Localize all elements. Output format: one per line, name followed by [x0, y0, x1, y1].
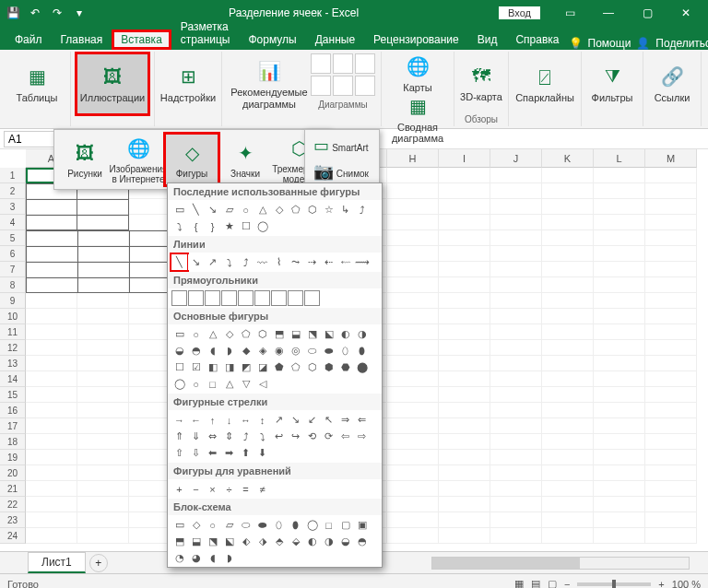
cell[interactable] — [439, 168, 490, 183]
cell[interactable] — [490, 183, 542, 199]
cell[interactable] — [542, 512, 594, 528]
shape-item[interactable]: ◗ — [221, 550, 237, 566]
cell[interactable] — [387, 246, 439, 262]
row-header[interactable]: 2 — [0, 183, 26, 199]
cell[interactable] — [645, 371, 697, 387]
cell[interactable] — [439, 230, 490, 246]
cell[interactable] — [77, 465, 129, 481]
cell[interactable] — [490, 246, 542, 262]
shape-item[interactable]: ▣ — [354, 517, 370, 533]
cell[interactable] — [542, 528, 594, 544]
cell[interactable] — [542, 465, 594, 481]
shape-item[interactable]: ↘ — [288, 412, 303, 428]
cell[interactable] — [387, 168, 439, 183]
screenshot-button[interactable]: 📷 Снимок — [309, 159, 373, 183]
cell[interactable] — [387, 183, 439, 199]
cell[interactable] — [490, 309, 542, 324]
shape-item[interactable]: ◯ — [254, 218, 270, 234]
shape-item[interactable]: ⇨ — [354, 429, 370, 444]
shape-item[interactable]: ⇐ — [354, 412, 370, 428]
cell[interactable] — [645, 418, 697, 434]
shape-item[interactable] — [254, 290, 270, 306]
pie-chart-icon[interactable] — [355, 53, 375, 74]
cell[interactable] — [645, 512, 697, 528]
cell[interactable] — [594, 418, 645, 434]
shape-item[interactable] — [304, 290, 320, 306]
cell[interactable] — [594, 450, 645, 465]
cell[interactable] — [490, 403, 542, 418]
shape-item[interactable] — [171, 290, 187, 306]
cell[interactable] — [439, 262, 490, 277]
cell[interactable] — [387, 324, 439, 340]
cell[interactable] — [594, 512, 645, 528]
shape-item[interactable]: ⬔ — [205, 534, 220, 549]
cell[interactable] — [645, 465, 697, 481]
cell[interactable] — [542, 168, 594, 183]
cell[interactable] — [542, 324, 594, 340]
cell[interactable] — [542, 450, 594, 465]
cell[interactable] — [645, 230, 697, 246]
cell[interactable] — [490, 324, 542, 340]
shape-item[interactable]: ÷ — [221, 481, 237, 497]
shape-item[interactable]: ◎ — [288, 343, 303, 359]
row-header[interactable]: 5 — [0, 230, 26, 246]
cell[interactable] — [645, 497, 697, 512]
cell[interactable] — [26, 387, 77, 403]
shape-item[interactable]: ◩ — [238, 359, 254, 375]
shape-item[interactable]: ⬬ — [254, 517, 270, 533]
shape-item[interactable]: ⇩ — [188, 445, 204, 461]
cell[interactable] — [542, 418, 594, 434]
cell[interactable] — [594, 497, 645, 512]
shape-item[interactable]: ⬮ — [354, 343, 370, 359]
row-header[interactable]: 19 — [0, 450, 26, 465]
cell[interactable] — [645, 277, 697, 293]
cell[interactable] — [594, 465, 645, 481]
shape-item[interactable]: ↕ — [254, 412, 270, 428]
cell[interactable] — [439, 481, 490, 497]
shape-item[interactable]: ◑ — [321, 534, 336, 549]
shape-item[interactable]: ▭ — [171, 202, 187, 218]
shape-item[interactable]: ◯ — [304, 517, 320, 533]
cell[interactable] — [490, 371, 542, 387]
shape-item[interactable]: ◗ — [221, 343, 237, 359]
cell[interactable] — [387, 356, 439, 371]
row-header[interactable]: 6 — [0, 246, 26, 262]
shape-item[interactable]: ◇ — [271, 202, 287, 218]
cell[interactable] — [77, 512, 129, 528]
cell[interactable] — [77, 371, 129, 387]
tab-file[interactable]: Файл — [6, 29, 52, 50]
cell[interactable] — [77, 418, 129, 434]
shape-item[interactable]: ▱ — [221, 202, 237, 218]
cell[interactable] — [439, 450, 490, 465]
cell[interactable] — [77, 340, 129, 356]
cell[interactable] — [594, 230, 645, 246]
shape-item[interactable]: ◖ — [205, 550, 220, 566]
shape-item[interactable] — [288, 290, 303, 306]
cell[interactable] — [439, 246, 490, 262]
cell[interactable] — [439, 371, 490, 387]
cell[interactable] — [439, 293, 490, 309]
tab-data[interactable]: Данные — [306, 29, 364, 50]
row-header[interactable]: 24 — [0, 528, 26, 544]
shape-item[interactable]: ↖ — [321, 412, 336, 428]
shape-item[interactable]: ⬗ — [254, 534, 270, 549]
shape-item[interactable]: } — [205, 218, 220, 234]
pivot-chart-button[interactable]: ▦ Сводная диаграмма — [387, 93, 448, 144]
cell[interactable] — [645, 450, 697, 465]
zoom-slider[interactable] — [577, 582, 651, 586]
shape-item[interactable]: ◔ — [171, 550, 187, 566]
cell[interactable] — [26, 497, 77, 512]
col-header[interactable]: H — [387, 149, 439, 168]
row-header[interactable]: 15 — [0, 387, 26, 403]
shape-item[interactable]: ⬡ — [304, 202, 320, 218]
cell[interactable] — [77, 309, 129, 324]
cell[interactable] — [594, 340, 645, 356]
shape-item[interactable]: ⬖ — [238, 534, 254, 549]
cell[interactable] — [387, 387, 439, 403]
cell[interactable] — [542, 230, 594, 246]
cell[interactable] — [439, 199, 490, 215]
cell[interactable] — [387, 434, 439, 450]
shape-item[interactable]: ◕ — [188, 550, 204, 566]
online-pictures-button[interactable]: 🌐 Изображения в Интернете — [112, 134, 165, 185]
shape-item[interactable]: ◓ — [188, 343, 204, 359]
